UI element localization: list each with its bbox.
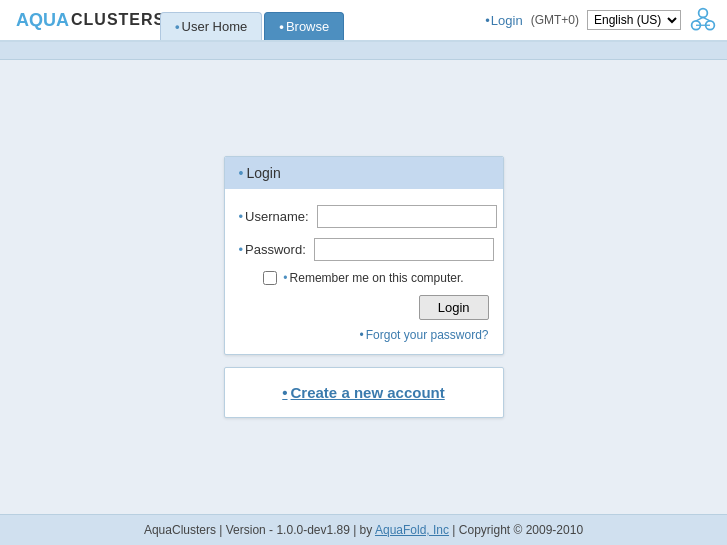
footer-text-before: AquaClusters | Version - 1.0.0-dev1.89 |…	[144, 523, 375, 537]
login-button[interactable]: Login	[419, 295, 489, 320]
svg-point-6	[699, 9, 708, 18]
header-right: Login (GMT+0) English (US) Français Deut…	[485, 6, 717, 34]
username-label: Username:	[239, 209, 317, 224]
remember-row: Remember me on this computer.	[239, 271, 489, 285]
subheader-strip	[0, 42, 727, 60]
nav-tabs: • User Home • Browse	[160, 0, 344, 40]
password-row: Password:	[239, 238, 489, 261]
forgot-password-row: Forgot your password?	[239, 328, 489, 342]
logo-clusters-text: CLUSTERS	[71, 11, 165, 29]
language-select[interactable]: English (US) Français Deutsch 日本語	[587, 10, 681, 30]
username-input[interactable]	[317, 205, 497, 228]
aquafold-logo-icon	[689, 6, 717, 34]
remember-checkbox[interactable]	[263, 271, 277, 285]
svg-line-10	[703, 17, 710, 21]
tab-user-home[interactable]: • User Home	[160, 12, 262, 40]
forgot-password-link[interactable]: Forgot your password?	[360, 328, 489, 342]
remember-label: Remember me on this computer.	[283, 271, 463, 285]
logo-aqua-text: AQUA	[16, 10, 69, 31]
svg-line-9	[696, 17, 703, 21]
logo-area: AQUACLUSTERS	[10, 7, 150, 33]
password-label: Password:	[239, 242, 314, 257]
create-account-box: Create a new account	[224, 367, 504, 418]
tab-browse-label: Browse	[286, 19, 329, 34]
header: AQUACLUSTERS • User Home • Browse Login …	[0, 0, 727, 42]
login-box: Login Username: Password: Remember me on…	[224, 156, 504, 355]
dot-icon: •	[175, 19, 180, 34]
tab-user-home-label: User Home	[182, 19, 248, 34]
login-box-title: Login	[225, 157, 503, 189]
footer-text-after: | Copyright © 2009-2010	[449, 523, 583, 537]
login-btn-row: Login	[239, 295, 489, 320]
tab-browse[interactable]: • Browse	[264, 12, 344, 40]
aquafold-logo	[689, 6, 717, 34]
gmt-label: (GMT+0)	[531, 13, 579, 27]
password-input[interactable]	[314, 238, 494, 261]
create-account-link[interactable]: Create a new account	[282, 384, 444, 401]
footer: AquaClusters | Version - 1.0.0-dev1.89 |…	[0, 514, 727, 545]
dot-icon: •	[279, 19, 284, 34]
main-content: Login Username: Password: Remember me on…	[0, 60, 727, 514]
login-box-body: Username: Password: Remember me on this …	[225, 189, 503, 354]
footer-aquafold-link[interactable]: AquaFold, Inc	[375, 523, 449, 537]
header-login-link[interactable]: Login	[485, 13, 522, 28]
username-row: Username:	[239, 205, 489, 228]
